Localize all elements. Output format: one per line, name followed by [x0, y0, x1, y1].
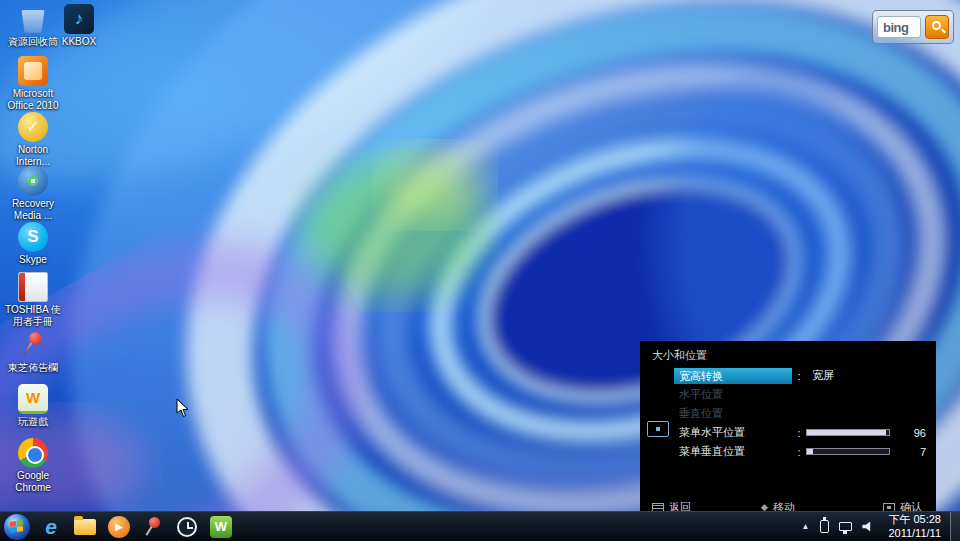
osd-move-label: 移动 [773, 500, 795, 512]
bing-search-input[interactable]: bing [877, 16, 921, 38]
taskbar-item-clock-app[interactable] [170, 513, 204, 541]
games-w-icon [18, 384, 48, 414]
menu-icon [652, 503, 664, 512]
hidden-icons-chevron[interactable]: ▲ [795, 522, 815, 531]
osd-rows: 宽高转换 : 宽屏 水平位置 垂直位置 菜单水平位置 : 96 菜单垂直位 [674, 366, 930, 461]
clock-icon [177, 517, 197, 537]
tray-clock[interactable]: 下午 05:28 2011/11/11 [879, 513, 950, 541]
osd-footer: 返回 ◆ 移动 确认 [640, 500, 936, 511]
norton-shield-icon [18, 112, 48, 142]
osd-confirm-hint: 确认 [883, 500, 922, 512]
desktop-icon-label: Recovery Media ... [2, 198, 64, 222]
bing-logo: bing [883, 20, 908, 35]
desktop-icon-label: KKBOX [48, 36, 110, 48]
bing-search-button[interactable] [925, 15, 949, 39]
osd-back-label: 返回 [669, 500, 691, 512]
osd-title: 大小和位置 [652, 348, 707, 363]
osd-row-menu-v-position[interactable]: 菜单垂直位置 : 7 [674, 442, 930, 461]
osd-row-menu-h-position[interactable]: 菜单水平位置 : 96 [674, 423, 930, 442]
osd-row-value: 宽屏 [806, 368, 930, 383]
tray-time: 下午 05:28 [888, 513, 941, 527]
volume-icon[interactable] [862, 521, 874, 533]
osd-slider[interactable] [806, 429, 890, 436]
osd-row-h-position: 水平位置 [674, 385, 930, 404]
desktop-icon-games[interactable]: 玩遊戲 [2, 384, 64, 428]
monitor-osd-menu: 大小和位置 宽高转换 : 宽屏 水平位置 垂直位置 菜单水平位置 : [640, 341, 936, 511]
bing-search-gadget[interactable]: bing [872, 10, 954, 44]
osd-row-label: 菜单水平位置 [674, 425, 792, 440]
osd-move-hint: ◆ 移动 [761, 500, 795, 512]
recovery-disc-icon [18, 166, 48, 196]
system-tray: ▲ 下午 05:28 2011/11/11 [795, 512, 960, 541]
osd-row-label: 垂直位置 [674, 406, 792, 421]
taskbar-item-bulletin-board[interactable] [136, 513, 170, 541]
osd-row-value: 7 [890, 446, 930, 458]
osd-row-label: 水平位置 [674, 387, 792, 402]
manual-book-icon [18, 272, 48, 302]
desktop-icon-skype[interactable]: Skype [2, 222, 64, 266]
desktop-icon-toshiba-manual[interactable]: TOSHIBA 使用者手冊 [2, 272, 64, 328]
search-icon [932, 21, 941, 30]
osd-row-label: 宽高转换 [674, 368, 792, 384]
osd-slider[interactable] [806, 448, 890, 455]
move-diamond-icon: ◆ [761, 502, 768, 511]
pushpin-icon [18, 330, 48, 360]
desktop-icon-label: Microsoft Office 2010 [2, 88, 64, 112]
desktop-icon-label: Skype [2, 254, 64, 266]
osd-slider-fill [807, 449, 813, 454]
taskbar-item-windows-explorer[interactable] [68, 513, 102, 541]
osd-row-label: 菜单垂直位置 [674, 444, 792, 459]
desktop-icon-recovery[interactable]: Recovery Media ... [2, 166, 64, 222]
office-box-icon [18, 56, 48, 86]
media-player-icon: ▶ [108, 516, 130, 538]
screen: 資源回收筒 KKBOX Microsoft Office 2010 Norton… [0, 0, 960, 541]
desktop-icon-label: TOSHIBA 使用者手冊 [2, 304, 64, 328]
desktop-icon-label: Google Chrome [2, 470, 64, 494]
osd-slider-fill [807, 430, 886, 435]
skype-icon [18, 222, 48, 252]
taskbar-item-media-player[interactable]: ▶ [102, 513, 136, 541]
mouse-cursor [176, 398, 190, 418]
desktop-icon-label: 東芝佈告欄 [2, 362, 64, 374]
chrome-icon [18, 438, 48, 468]
confirm-button-icon [883, 503, 895, 512]
desktop-icon-chrome[interactable]: Google Chrome [2, 438, 64, 494]
desktop-icon-bulletin[interactable]: 東芝佈告欄 [2, 330, 64, 374]
ie-e-icon: e [45, 516, 57, 537]
taskbar: e ▶ W ▲ 下午 05:28 2011/11/11 [0, 511, 960, 541]
folder-icon [74, 519, 96, 535]
osd-confirm-label: 确认 [900, 500, 922, 512]
kkbox-icon [64, 4, 94, 34]
pushpin-icon [142, 516, 164, 538]
desktop-icon-office[interactable]: Microsoft Office 2010 [2, 56, 64, 112]
taskbar-item-internet-explorer[interactable]: e [34, 513, 68, 541]
osd-colon: : [792, 427, 806, 439]
power-battery-icon[interactable] [820, 520, 829, 533]
osd-back-hint: 返回 [652, 500, 691, 512]
w-tile-icon: W [210, 516, 232, 538]
tray-date: 2011/11/11 [888, 527, 941, 541]
screen-position-icon [647, 421, 669, 437]
taskbar-item-wildtangent[interactable]: W [204, 513, 238, 541]
osd-colon: : [792, 446, 806, 458]
start-button[interactable] [4, 514, 30, 540]
desktop-icon-norton[interactable]: Norton Intern... [2, 112, 64, 168]
desktop: 資源回收筒 KKBOX Microsoft Office 2010 Norton… [0, 0, 960, 511]
show-desktop-button[interactable] [950, 512, 960, 541]
osd-row-v-position: 垂直位置 [674, 404, 930, 423]
osd-row-value: 96 [890, 427, 930, 439]
recycle-bin-icon [18, 4, 48, 34]
osd-colon: : [792, 370, 806, 382]
windows-logo-icon [10, 520, 24, 534]
network-icon[interactable] [839, 522, 852, 531]
desktop-icon-label: Norton Intern... [2, 144, 64, 168]
desktop-icon-kkbox[interactable]: KKBOX [48, 4, 110, 48]
osd-row-aspect-ratio[interactable]: 宽高转换 : 宽屏 [674, 366, 930, 385]
desktop-icon-label: 玩遊戲 [2, 416, 64, 428]
